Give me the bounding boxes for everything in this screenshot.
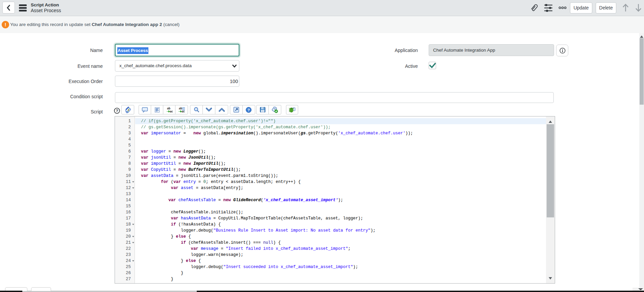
svg-text:?: ? — [116, 109, 118, 113]
svg-text:ac: ac — [170, 110, 173, 113]
svg-text:?: ? — [247, 108, 250, 112]
